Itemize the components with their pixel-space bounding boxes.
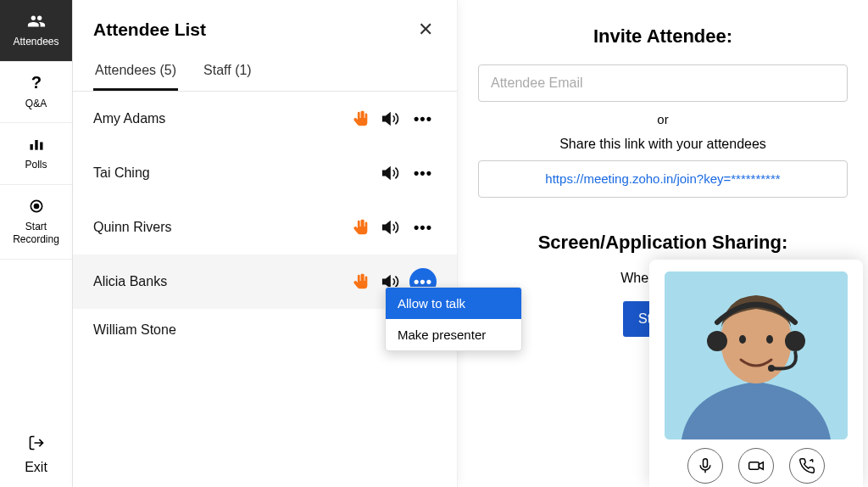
attendee-panel: Attendee List ✕ Attendees (5) Staff (1) … <box>73 0 458 487</box>
sidebar-item-record[interactable]: Start Recording <box>0 185 72 260</box>
sharing-heading: Screen/Application Sharing: <box>478 232 848 254</box>
svg-point-11 <box>785 331 805 351</box>
raised-hand-icon <box>352 218 370 237</box>
dots-icon: ••• <box>414 220 432 235</box>
video-thumbnail <box>665 271 848 439</box>
or-divider: or <box>478 112 848 126</box>
attendee-name: Tai Ching <box>93 165 342 181</box>
more-button[interactable]: ••• <box>409 214 437 241</box>
more-button[interactable]: ••• <box>409 160 437 187</box>
mic-icon <box>697 457 714 474</box>
question-icon: ? <box>27 74 46 92</box>
dots-icon: ••• <box>414 111 432 126</box>
sidebar-label: Q&A <box>25 98 47 111</box>
share-link-label: Share this link with your attendees <box>478 137 848 152</box>
raised-hand-icon <box>352 272 370 291</box>
svg-point-12 <box>768 365 775 372</box>
svg-rect-2 <box>35 140 37 150</box>
left-sidebar: Attendees ? Q&A Polls Start Recording Ex… <box>0 0 73 487</box>
mic-button[interactable] <box>687 448 723 484</box>
speaker-icon[interactable] <box>381 109 399 128</box>
polls-icon <box>27 135 46 154</box>
panel-tabs: Attendees (5) Staff (1) <box>73 53 457 92</box>
meeting-link[interactable]: https://meeting.zoho.in/join?key=*******… <box>545 171 780 186</box>
self-video-card <box>649 260 863 487</box>
svg-point-5 <box>33 203 39 209</box>
sidebar-label: Polls <box>25 159 47 172</box>
sidebar-item-qa[interactable]: ? Q&A <box>0 62 72 124</box>
exit-icon <box>28 434 45 455</box>
raised-hand-icon <box>352 109 370 128</box>
attendee-row: Amy Adams ••• <box>73 92 457 146</box>
close-icon: ✕ <box>418 19 433 40</box>
attendee-email-input[interactable] <box>478 64 848 102</box>
call-button[interactable] <box>789 448 825 484</box>
sidebar-label: Exit <box>25 460 47 475</box>
attendee-name: Amy Adams <box>93 111 342 126</box>
tab-staff[interactable]: Staff (1) <box>202 53 253 91</box>
dots-icon: ••• <box>414 165 432 181</box>
attendee-name: Alicia Banks <box>93 274 342 289</box>
camera-button[interactable] <box>738 448 774 484</box>
panel-title: Attendee List <box>93 20 206 40</box>
close-button[interactable]: ✕ <box>415 15 437 44</box>
sidebar-label: Start Recording <box>13 221 59 247</box>
attendee-row: Tai Ching ••• <box>73 146 457 200</box>
svg-point-9 <box>766 335 773 344</box>
meeting-link-box: https://meeting.zoho.in/join?key=*******… <box>478 160 848 198</box>
speaker-icon[interactable] <box>381 164 399 182</box>
attendee-name: Quinn Rivers <box>93 220 342 235</box>
record-icon <box>27 197 46 216</box>
more-button[interactable]: ••• <box>409 105 437 132</box>
svg-point-8 <box>739 335 746 344</box>
phone-icon <box>798 457 815 474</box>
sidebar-label: Attendees <box>13 36 58 49</box>
attendee-row: Quinn Rivers ••• <box>73 200 457 255</box>
svg-point-10 <box>707 331 727 351</box>
sidebar-item-polls[interactable]: Polls <box>0 123 72 185</box>
svg-rect-1 <box>30 144 32 150</box>
svg-rect-3 <box>40 143 42 150</box>
sidebar-item-attendees[interactable]: Attendees <box>0 0 72 62</box>
attendees-icon <box>27 12 46 31</box>
tab-attendees[interactable]: Attendees (5) <box>93 53 178 91</box>
video-controls <box>649 448 863 487</box>
panel-header: Attendee List ✕ <box>73 0 457 53</box>
svg-rect-13 <box>704 459 708 467</box>
speaker-icon[interactable] <box>381 218 399 237</box>
camera-icon <box>748 457 765 474</box>
presenter-avatar <box>665 271 848 439</box>
svg-text:?: ? <box>31 74 41 92</box>
svg-rect-14 <box>749 462 760 469</box>
sidebar-item-exit[interactable]: Exit <box>0 423 72 487</box>
invite-heading: Invite Attendee: <box>478 25 848 48</box>
